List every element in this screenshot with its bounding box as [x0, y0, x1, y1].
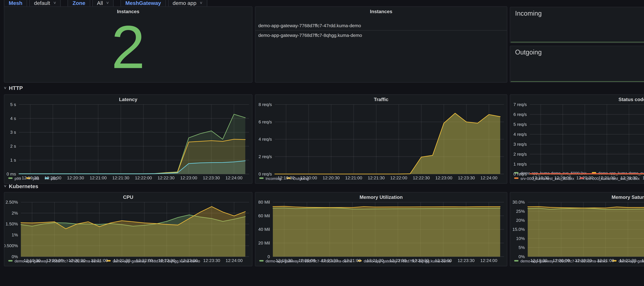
svg-text:6 req/s: 6 req/s: [514, 112, 527, 117]
incoming-sparkline[interactable]: [511, 24, 644, 42]
grafana-dashboard: Meshdefault˅ZoneAll˅MeshGatewaydemo app˅…: [0, 0, 644, 286]
svg-text:4 req/s: 4 req/s: [258, 137, 272, 142]
svg-text:12:22:00: 12:22:00: [389, 258, 406, 263]
panel-cpu: CPU 0%0.500%1%1.50%2%2.50%12:19:3012:20:…: [4, 192, 252, 266]
instances-count-value: 2: [4, 12, 252, 82]
svg-text:12:21:30: 12:21:30: [112, 175, 129, 180]
svg-text:15.0%: 15.0%: [512, 227, 525, 232]
svg-text:12:19:30: 12:19:30: [24, 258, 40, 263]
panel-traffic: Traffic 0 req/s2 req/s4 req/s6 req/s8 re…: [255, 94, 507, 184]
svg-text:12:20:00: 12:20:00: [44, 175, 61, 180]
section-label: Kubernetes: [9, 183, 38, 189]
svg-text:2 req/s: 2 req/s: [514, 152, 527, 157]
svg-text:1.50%: 1.50%: [6, 221, 18, 226]
svg-text:12:24:00: 12:24:00: [480, 258, 497, 263]
svg-text:12:23:30: 12:23:30: [458, 175, 475, 180]
svg-text:12:20:30: 12:20:30: [576, 175, 594, 180]
svg-text:12:21:00: 12:21:00: [90, 175, 107, 180]
svg-text:12:19:30: 12:19:30: [276, 258, 293, 263]
svg-text:12:21:30: 12:21:30: [367, 258, 384, 263]
svg-text:7 req/s: 7 req/s: [514, 103, 527, 107]
panel-memory-utilization: Memory Utilization 020 Mil40 Mil60 Mil80…: [255, 192, 507, 266]
svg-text:3 req/s: 3 req/s: [514, 142, 527, 147]
svg-text:12:23:30: 12:23:30: [203, 258, 220, 263]
svg-text:25%: 25%: [516, 209, 525, 214]
svg-text:12:23:30: 12:23:30: [203, 175, 220, 180]
svg-text:12:21:30: 12:21:30: [368, 175, 385, 180]
svg-text:12:23:30: 12:23:30: [458, 258, 475, 263]
svg-text:60 Mil: 60 Mil: [258, 213, 270, 218]
svg-text:12:22:00: 12:22:00: [136, 258, 153, 263]
svg-text:12:19:30: 12:19:30: [278, 175, 294, 180]
svg-text:12:23:00: 12:23:00: [180, 175, 197, 180]
svg-text:0%: 0%: [518, 254, 525, 259]
chevron-down-icon: ˅: [106, 0, 109, 5]
latency-chart[interactable]: 0 ms1 s2 s3 s4 s5 s12:19:3012:20:0012:20…: [4, 103, 252, 176]
svg-text:12:20:30: 12:20:30: [323, 175, 340, 180]
svg-text:12:22:00: 12:22:00: [642, 258, 644, 263]
panel-memory-saturation: Memory Saturation 0%5%10%15.0%20%25%30.0…: [510, 192, 644, 266]
status-codes-chart[interactable]: 0 req/s1 req/s2 req/s3 req/s4 req/s5 req…: [510, 103, 644, 171]
svg-text:5 req/s: 5 req/s: [514, 122, 527, 127]
svg-text:12:20:30: 12:20:30: [321, 258, 338, 263]
svg-text:12:22:30: 12:22:30: [158, 175, 174, 180]
svg-text:12:19:30: 12:19:30: [22, 175, 39, 180]
memory-saturation-chart[interactable]: 0%5%10%15.0%20%25%30.0%12:19:3012:20:001…: [510, 200, 644, 258]
svg-text:12:20:00: 12:20:00: [298, 258, 316, 263]
section-http[interactable]: ˅ HTTP: [4, 85, 23, 91]
chevron-down-icon: ˅: [200, 0, 202, 5]
svg-text:12:21:00: 12:21:00: [345, 175, 362, 180]
panel-title[interactable]: Traffic: [256, 95, 507, 103]
svg-text:12:23:00: 12:23:00: [435, 175, 452, 180]
section-kubernetes[interactable]: ˅ Kubernetes: [4, 183, 38, 190]
svg-text:12:19:30: 12:19:30: [532, 175, 549, 180]
panel-title[interactable]: Incoming: [515, 10, 542, 17]
svg-text:6 req/s: 6 req/s: [258, 119, 272, 124]
panel-title[interactable]: Memory Utilization: [256, 192, 507, 200]
panel-title[interactable]: Latency: [4, 95, 252, 103]
svg-text:10%: 10%: [516, 236, 525, 241]
svg-text:2 req/s: 2 req/s: [258, 154, 272, 159]
panel-status-codes: Status codes 0 req/s1 req/s2 req/s3 req/…: [510, 94, 644, 184]
outgoing-sparkline[interactable]: [511, 64, 644, 82]
chevron-down-icon: ˅: [4, 184, 6, 189]
traffic-chart[interactable]: 0 req/s2 req/s4 req/s6 req/s8 req/s12:19…: [256, 103, 507, 176]
svg-text:12:20:00: 12:20:00: [46, 258, 63, 263]
svg-text:12:22:00: 12:22:00: [135, 175, 152, 180]
svg-text:12:23:00: 12:23:00: [181, 258, 198, 263]
svg-text:12:21:30: 12:21:30: [113, 258, 130, 263]
svg-text:12:19:30: 12:19:30: [530, 258, 548, 263]
svg-text:0: 0: [268, 254, 270, 259]
section-label: HTTP: [9, 85, 23, 91]
svg-text:2.50%: 2.50%: [6, 200, 18, 204]
cpu-chart[interactable]: 0%0.500%1%1.50%2%2.50%12:19:3012:20:0012…: [4, 200, 252, 258]
svg-text:1 req/s: 1 req/s: [514, 162, 527, 166]
panel-title[interactable]: Instances: [256, 7, 507, 14]
panel-title[interactable]: Status codes: [510, 95, 644, 103]
svg-text:2%: 2%: [12, 211, 18, 215]
svg-text:0 req/s: 0 req/s: [514, 171, 527, 176]
svg-text:12:22:00: 12:22:00: [642, 175, 644, 180]
svg-text:12:21:30: 12:21:30: [620, 258, 636, 263]
svg-text:12:20:00: 12:20:00: [554, 175, 571, 180]
svg-text:12:21:00: 12:21:00: [597, 258, 614, 263]
svg-text:0 ms: 0 ms: [6, 171, 16, 176]
svg-text:12:24:00: 12:24:00: [226, 258, 243, 263]
memory-utilization-chart[interactable]: 020 Mil40 Mil60 Mil80 Mil12:19:3012:20:0…: [256, 200, 507, 258]
instances-table: demo-app-gateway-7768d7ffc7-47rdd.kuma-d…: [256, 21, 507, 40]
svg-text:12:22:30: 12:22:30: [412, 258, 429, 263]
table-row[interactable]: demo-app-gateway-7768d7ffc7-8qhgg.kuma-d…: [256, 31, 507, 40]
svg-text:20 Mil: 20 Mil: [258, 240, 270, 245]
svg-text:12:21:00: 12:21:00: [344, 258, 361, 263]
table-row[interactable]: demo-app-gateway-7768d7ffc7-47rdd.kuma-d…: [256, 21, 507, 30]
panel-title[interactable]: CPU: [4, 192, 252, 200]
panel-instances-list: Instances demo-app-gateway-7768d7ffc7-47…: [255, 6, 507, 83]
svg-text:4 s: 4 s: [10, 116, 16, 121]
svg-text:5%: 5%: [518, 245, 525, 250]
svg-text:40 Mil: 40 Mil: [258, 227, 270, 232]
svg-text:12:24:00: 12:24:00: [226, 175, 242, 180]
svg-text:12:23:00: 12:23:00: [435, 258, 452, 263]
chevron-down-icon: ˅: [54, 0, 56, 5]
panel-title[interactable]: Outgoing: [515, 49, 542, 56]
panel-title[interactable]: Memory Saturation: [510, 192, 644, 200]
